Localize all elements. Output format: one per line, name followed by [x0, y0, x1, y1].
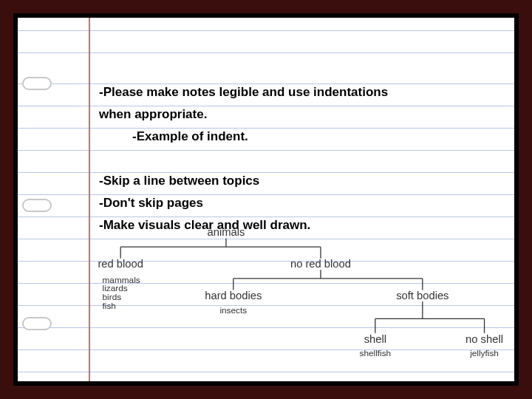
leaf-insects: insects: [219, 305, 247, 315]
stage: -Please make notes legible and use inden…: [0, 0, 532, 399]
note-line: -Don't skip pages: [99, 192, 499, 214]
hole-punch-icon: [22, 199, 52, 212]
leaf-fish: fish: [103, 301, 116, 310]
hole-punch-icon: [22, 317, 52, 330]
slide-border: -Please make notes legible and use inden…: [13, 13, 519, 386]
node-animals: animals: [208, 227, 245, 238]
note-line: when appropriate.: [99, 103, 499, 126]
node-no-shell: no shell: [466, 334, 503, 346]
blank-line: [99, 148, 499, 170]
leaf-shellfish: shellfish: [359, 348, 391, 358]
node-hard-bodies: hard bodies: [205, 290, 262, 301]
node-shell: shell: [364, 334, 386, 346]
notes-block: -Please make notes legible and use inden…: [99, 81, 499, 236]
hole-punch-icon: [22, 77, 52, 90]
node-no-red-blood: no red blood: [290, 258, 351, 270]
leaf-jellyfish: jellyfish: [469, 348, 499, 358]
node-soft-bodies: soft bodies: [396, 290, 449, 301]
diagram-svg: animals red blood no red blood mammals l…: [81, 227, 510, 381]
note-line-indented: -Example of indent.: [99, 126, 499, 148]
classification-diagram: animals red blood no red blood mammals l…: [81, 227, 510, 381]
node-red-blood: red blood: [98, 258, 143, 270]
notebook-paper: -Please make notes legible and use inden…: [18, 18, 514, 381]
note-line: -Skip a line between topics: [99, 170, 499, 192]
note-line: -Please make notes legible and use inden…: [99, 81, 499, 103]
